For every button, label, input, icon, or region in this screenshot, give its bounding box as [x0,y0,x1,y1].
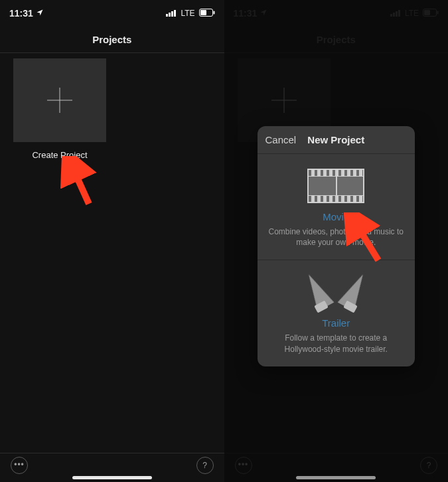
page-title: Projects [92,34,131,45]
page-title-bar: Projects [0,27,224,53]
help-button[interactable]: ? [196,457,214,474]
svg-rect-0 [166,14,168,17]
modal-header: Cancel New Project [258,126,415,154]
option-movie-title: Movie [267,211,406,222]
new-project-modal: Cancel New Project Movie Combine videos,… [258,126,415,366]
filmstrip-icon [267,165,406,207]
phone-screen-right: 11:31 LTE Projects [224,0,449,482]
option-trailer-desc: Follow a template to create a Hollywood-… [267,333,406,354]
svg-rect-6 [213,11,214,15]
help-circle-icon: ? [202,461,207,469]
more-horizontal-icon: ••• [14,460,25,468]
more-button[interactable]: ••• [11,457,28,474]
svg-rect-3 [174,10,176,17]
phone-screen-left: 11:31 LTE Projects [0,0,224,482]
svg-rect-5 [200,10,206,15]
create-project-label: Create Project [32,150,87,160]
cellular-signal-icon [166,8,177,19]
cancel-button[interactable]: Cancel [265,126,297,153]
option-movie[interactable]: Movie Combine videos, photos, and music … [258,154,415,260]
option-movie-desc: Combine videos, photos, and music to mak… [267,226,406,248]
network-label: LTE [181,9,194,18]
create-project-tile[interactable] [13,58,106,142]
option-trailer-title: Trailer [267,317,406,329]
content-area: Create Project [0,58,224,452]
plus-icon [47,88,72,113]
location-arrow-icon [36,8,44,19]
svg-rect-2 [171,11,173,17]
create-project-button[interactable]: Create Project [13,58,106,160]
battery-half-icon [199,8,215,19]
option-trailer[interactable]: Trailer Follow a template to create a Ho… [258,260,415,366]
home-indicator [72,476,152,479]
spotlights-icon [267,271,406,313]
svg-rect-1 [169,13,171,17]
status-bar: 11:31 LTE [0,0,224,27]
modal-title: New Project [307,134,364,145]
status-time: 11:31 [9,8,33,19]
